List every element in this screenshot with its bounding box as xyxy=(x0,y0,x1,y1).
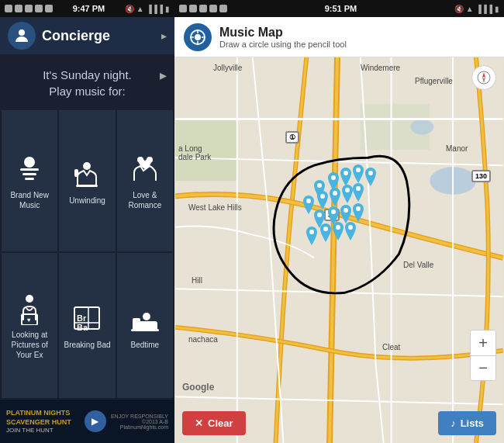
right-volume-icon: 🔇 xyxy=(454,5,464,13)
left-signal-icons: 🔇 ▲ ▐▐▐ ▮ xyxy=(125,5,170,13)
clear-x-icon: ✕ xyxy=(195,417,203,429)
right-battery-icon: ▮ xyxy=(495,5,499,13)
card-bedtime-label: Bedtime xyxy=(130,340,159,350)
battery-icon: ▮ xyxy=(165,5,170,13)
card-looking-at-pictures-label: Looking at Pictures of Your Ex xyxy=(5,330,54,360)
svg-marker-62 xyxy=(482,78,485,83)
love-romance-icon xyxy=(128,151,162,185)
pin-18[interactable] xyxy=(343,222,357,244)
card-looking-at-pictures[interactable]: ♥ Looking at Pictures of Your Ex xyxy=(2,253,57,398)
svg-text:♥: ♥ xyxy=(27,317,31,324)
right-signal-icon: ▐▐▐ xyxy=(476,5,492,13)
brand-new-music-icon xyxy=(12,151,47,185)
banner-cta: JOIN THE HUNT xyxy=(6,427,80,434)
right-signal-icons: 🔇 ▲ ▐▐▐ ▮ xyxy=(454,5,499,13)
svg-point-46 xyxy=(368,171,373,175)
label-nachaca: nachaca xyxy=(188,335,218,344)
bedtime-icon xyxy=(128,301,162,335)
svg-point-1 xyxy=(24,157,35,168)
right-icon-4 xyxy=(209,5,217,12)
unwinding-icon xyxy=(70,157,104,191)
card-brand-new-music[interactable]: Brand New Music xyxy=(2,110,57,251)
left-panel: 9:47 PM 🔇 ▲ ▐▐▐ ▮ Concierge ▸ It's Sunda… xyxy=(0,0,174,443)
prompt-area: It's Sunday night. Play music for: ▸ xyxy=(0,54,174,109)
icon-screenshots xyxy=(5,5,12,12)
zoom-in-button[interactable]: + xyxy=(471,331,495,355)
svg-rect-6 xyxy=(76,185,98,187)
card-unwinding[interactable]: Unwinding xyxy=(59,110,115,251)
banner-play-button[interactable]: ▶ xyxy=(85,410,106,432)
svg-point-59 xyxy=(348,225,353,230)
banner: PLATINUM NIGHTSSCAVENGER HUNT JOIN THE H… xyxy=(0,400,174,443)
svg-rect-19 xyxy=(133,318,140,324)
signal-icon: ▐▐▐ xyxy=(147,5,163,13)
hwy-130-badge: 130 xyxy=(471,170,491,182)
banner-copyright: ©2013 A-BPlatinumNights.com xyxy=(111,419,168,430)
compass-button[interactable] xyxy=(471,65,496,90)
svg-point-43 xyxy=(331,175,336,180)
card-love-romance-label: Love & Romance xyxy=(120,190,170,210)
right-icon-2 xyxy=(189,5,197,12)
svg-marker-61 xyxy=(482,72,485,78)
icon-camera xyxy=(15,5,22,12)
prompt-line1: It's Sunday night. xyxy=(43,68,132,81)
svg-point-0 xyxy=(19,29,25,36)
svg-rect-21 xyxy=(131,329,159,331)
left-time: 9:47 PM xyxy=(73,4,105,13)
map-area[interactable]: Jollyville Windemere Pflugerville a Long… xyxy=(174,57,504,443)
svg-rect-7 xyxy=(74,169,78,177)
svg-point-55 xyxy=(356,206,361,211)
banner-responsible: ENJOY RESPONSIBLY xyxy=(111,414,168,419)
map-header: Music Map Draw a circle using the pencil… xyxy=(174,17,504,57)
music-grid: Brand New Music Unwinding xyxy=(0,109,174,400)
label-del-valle: Del Valle xyxy=(403,261,433,269)
svg-point-10 xyxy=(26,295,33,303)
svg-point-56 xyxy=(309,230,314,234)
svg-point-44 xyxy=(343,171,348,175)
prompt-text: It's Sunday night. Play music for: xyxy=(8,67,167,99)
map-header-text: Music Map Draw a circle using the pencil… xyxy=(219,26,347,49)
wifi-icon: ▲ xyxy=(136,5,144,13)
prompt-line2: Play music for: xyxy=(49,85,125,98)
svg-point-47 xyxy=(306,199,311,203)
right-icon-5 xyxy=(219,5,227,12)
label-windemere: Windemere xyxy=(361,64,400,72)
left-status-icons xyxy=(5,5,53,12)
prompt-arrow-icon: ▸ xyxy=(160,67,167,84)
right-status-icons xyxy=(179,5,227,12)
icon-settings xyxy=(35,5,43,12)
zoom-out-button[interactable]: − xyxy=(471,355,495,380)
map-bottom-bar: ✕ Clear ♪ Lists xyxy=(174,400,504,443)
svg-rect-4 xyxy=(25,178,34,180)
svg-text:Ba: Ba xyxy=(77,323,88,332)
zoom-controls: + − xyxy=(470,330,496,381)
card-breaking-bad[interactable]: Br Ba Breaking Bad xyxy=(59,253,115,398)
right-wifi-icon: ▲ xyxy=(466,5,474,13)
svg-point-5 xyxy=(83,162,91,170)
dropdown-arrow-icon[interactable]: ▸ xyxy=(161,29,167,42)
svg-point-49 xyxy=(333,191,337,196)
lists-icon: ♪ xyxy=(450,417,456,429)
app-header: Concierge ▸ xyxy=(0,17,174,54)
svg-point-54 xyxy=(343,208,348,213)
lists-button[interactable]: ♪ Lists xyxy=(438,411,496,435)
svg-rect-2 xyxy=(20,168,39,171)
right-time: 9:51 PM xyxy=(325,4,357,13)
breaking-bad-icon: Br Ba xyxy=(70,301,104,335)
card-bedtime[interactable]: Bedtime xyxy=(117,253,173,398)
icon-warning xyxy=(25,5,33,12)
svg-point-50 xyxy=(345,188,350,192)
clear-button[interactable]: ✕ Clear xyxy=(182,411,246,435)
svg-point-48 xyxy=(320,194,325,199)
pin-15[interactable] xyxy=(305,227,319,248)
map-title: Music Map xyxy=(219,26,347,40)
lists-label: Lists xyxy=(461,417,484,429)
card-love-romance[interactable]: Love & Romance xyxy=(117,110,173,251)
icon-check xyxy=(45,5,53,12)
svg-point-20 xyxy=(143,313,150,320)
label-west-lake-hills: West Lake Hills xyxy=(188,203,242,212)
pin-10[interactable] xyxy=(351,183,365,205)
pin-5[interactable] xyxy=(364,168,378,189)
label-cleat: Cleat xyxy=(382,343,400,351)
card-brand-new-music-label: Brand New Music xyxy=(5,190,54,210)
